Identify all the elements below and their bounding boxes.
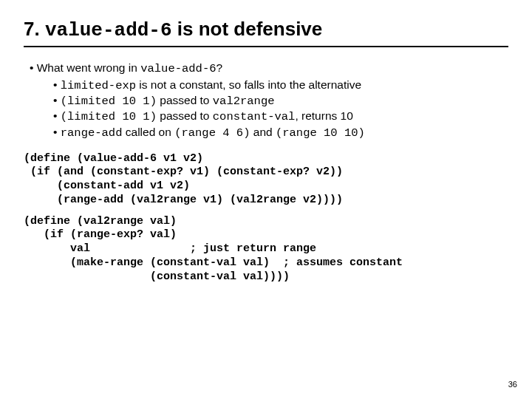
b3-rest: , returns 10: [295, 109, 352, 122]
b2-code2: val2range: [213, 95, 275, 108]
title-num: 7.: [24, 18, 40, 40]
b3-code1: (limited 10 1): [61, 110, 157, 123]
page-number: 36: [508, 380, 517, 389]
bullet-list: What went wrong in value-add-6? limited-…: [24, 61, 508, 140]
bullet-lead: What went wrong in value-add-6? limited-…: [30, 61, 508, 140]
bullet-2: (limited 10 1) passed to val2range: [53, 93, 508, 109]
lead-pre: What went wrong in: [37, 61, 140, 74]
code-block-1: (define (value-add-6 v1 v2) (if (and (co…: [24, 152, 508, 208]
bullet-3: (limited 10 1) passed to constant-val, r…: [53, 109, 508, 124]
title-code: value-add-6: [45, 19, 172, 41]
b3-code2: constant-val: [213, 110, 296, 123]
b4-code2: (range 4 6): [174, 126, 250, 140]
bullet-inner: limited-exp is not a constant, so falls …: [30, 78, 508, 140]
b2-mid: passed to: [157, 94, 213, 106]
b4-code1: range-add: [61, 126, 123, 140]
b4-code3: (range 10 10): [276, 126, 365, 140]
bullet-1: limited-exp is not a constant, so falls …: [53, 78, 508, 93]
b4-mid1: called on: [122, 126, 174, 138]
bullet-4: range-add called on (range 4 6) and (ran…: [53, 125, 508, 140]
b2-code1: (limited 10 1): [61, 95, 157, 108]
slide-title: 7. value-add-6 is not defensive: [24, 18, 508, 47]
slide: 7. value-add-6 is not defensive What wen…: [0, 0, 532, 399]
b4-mid2: and: [250, 126, 275, 138]
b3-mid: passed to: [157, 109, 213, 122]
code-block-2: (define (val2range val) (if (range-exp? …: [24, 215, 508, 284]
lead-post: ?: [216, 61, 223, 74]
lead-code: value-add-6: [140, 62, 216, 75]
title-rest: is not defensive: [172, 18, 323, 40]
b1-rest: is not a constant, so falls into the alt…: [136, 78, 361, 91]
b1-code: limited-exp: [61, 79, 136, 92]
